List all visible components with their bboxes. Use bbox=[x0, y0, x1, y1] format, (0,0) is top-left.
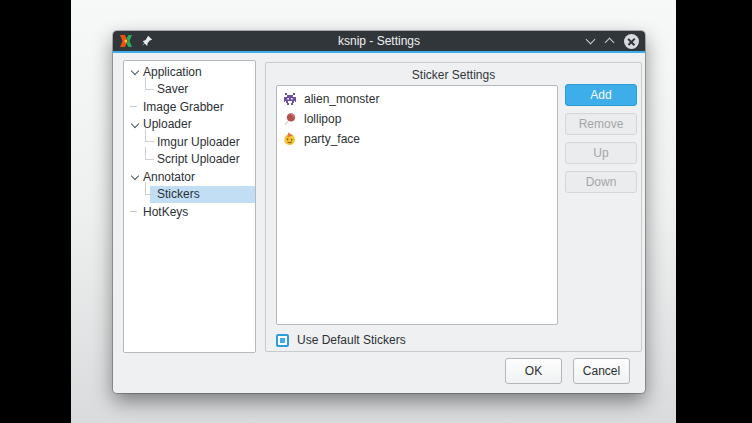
sticker-label: party_face bbox=[304, 132, 360, 146]
tree-item-label: HotKeys bbox=[143, 205, 188, 219]
tree-twisty-icon[interactable] bbox=[144, 151, 157, 169]
tree-twisty-icon[interactable] bbox=[144, 81, 157, 99]
window-title: ksnip - Settings bbox=[113, 34, 645, 48]
sticker-actions: Add Remove Up Down bbox=[565, 84, 637, 193]
alien-monster-icon bbox=[283, 92, 297, 106]
tree-item-imgur-uploader[interactable]: Imgur Uploader bbox=[124, 133, 255, 151]
add-button[interactable]: Add bbox=[565, 84, 637, 106]
tree-item-label: Image Grabber bbox=[143, 100, 224, 114]
close-circle-icon[interactable] bbox=[624, 34, 639, 49]
checkbox-label: Use Default Stickers bbox=[297, 333, 406, 347]
tree-item-script-uploader[interactable]: Script Uploader bbox=[124, 151, 255, 169]
sticker-label: alien_monster bbox=[304, 92, 379, 106]
remove-button[interactable]: Remove bbox=[565, 113, 637, 135]
group-title: Sticker Settings bbox=[266, 68, 641, 82]
sticker-label: lollipop bbox=[304, 112, 341, 126]
tree-item-label: Saver bbox=[157, 82, 188, 96]
tree-twisty-icon[interactable] bbox=[144, 186, 157, 204]
tree-twisty-icon[interactable] bbox=[130, 63, 143, 81]
lollipop-icon bbox=[283, 112, 297, 126]
tree-item-label: Script Uploader bbox=[157, 152, 240, 166]
tree-twisty-icon[interactable] bbox=[130, 116, 143, 134]
up-button[interactable]: Up bbox=[565, 142, 637, 164]
tree-item-stickers[interactable]: Stickers bbox=[124, 186, 255, 204]
down-button[interactable]: Down bbox=[565, 171, 637, 193]
use-default-stickers-option[interactable]: Use Default Stickers bbox=[276, 333, 406, 347]
tree-twisty-icon[interactable] bbox=[130, 98, 143, 116]
tree-item-annotator[interactable]: Annotator bbox=[124, 168, 255, 186]
tree-twisty-icon[interactable] bbox=[130, 168, 143, 186]
tree-twisty-icon[interactable] bbox=[130, 203, 143, 221]
tree-item-saver[interactable]: Saver bbox=[124, 81, 255, 99]
cancel-button[interactable]: Cancel bbox=[573, 358, 630, 384]
button-label: Add bbox=[590, 88, 611, 102]
party-face-icon bbox=[283, 132, 297, 146]
ksnip-app-icon bbox=[119, 34, 133, 48]
sticker-item-alien-monster[interactable]: alien_monster bbox=[277, 89, 557, 109]
titlebar[interactable]: ksnip - Settings bbox=[113, 31, 645, 53]
settings-tree: Application Saver Image Grabber Uploader bbox=[123, 60, 256, 353]
sticker-list[interactable]: alien_monster lollipop party_face bbox=[276, 85, 558, 325]
use-default-stickers-checkbox[interactable] bbox=[276, 334, 289, 347]
tree-item-image-grabber[interactable]: Image Grabber bbox=[124, 98, 255, 116]
tree-item-uploader[interactable]: Uploader bbox=[124, 116, 255, 134]
sticker-item-party-face[interactable]: party_face bbox=[277, 129, 557, 149]
tree-item-label: Stickers bbox=[157, 187, 200, 201]
chevron-down-icon[interactable] bbox=[586, 36, 596, 46]
tree-item-label: Imgur Uploader bbox=[157, 135, 240, 149]
screen: ksnip - Settings Application Saver bbox=[0, 0, 752, 423]
settings-window: ksnip - Settings Application Saver bbox=[113, 31, 645, 393]
button-label: Remove bbox=[579, 117, 624, 131]
button-label: Up bbox=[593, 146, 608, 160]
pin-icon[interactable] bbox=[141, 35, 153, 47]
chevron-up-icon[interactable] bbox=[605, 36, 615, 46]
tree-item-application[interactable]: Application bbox=[124, 63, 255, 81]
ok-button[interactable]: OK bbox=[505, 358, 562, 384]
tree-item-hotkeys[interactable]: HotKeys bbox=[124, 203, 255, 221]
button-label: Down bbox=[586, 175, 617, 189]
sticker-item-lollipop[interactable]: lollipop bbox=[277, 109, 557, 129]
